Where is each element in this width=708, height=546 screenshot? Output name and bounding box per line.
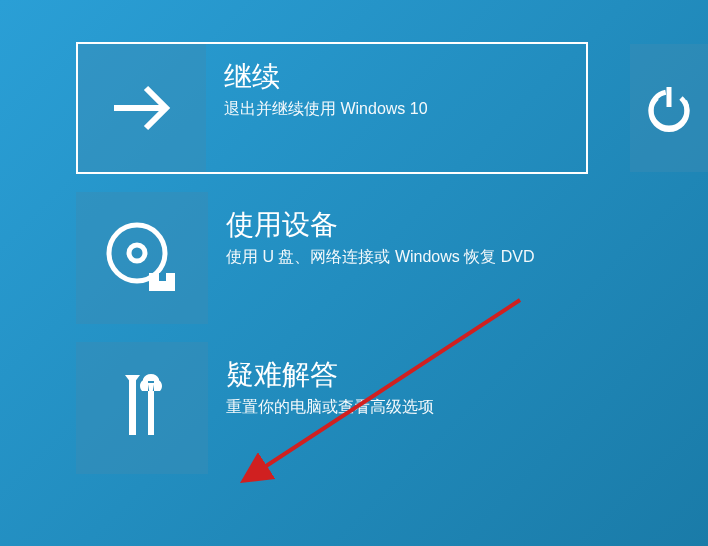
option-title: 继续	[224, 60, 586, 94]
svg-rect-3	[159, 273, 166, 281]
power-icon	[642, 81, 696, 135]
svg-point-0	[109, 225, 165, 281]
option-subtitle: 重置你的电脑或查看高级选项	[226, 396, 556, 418]
troubleshoot-option[interactable]: 疑难解答 重置你的电脑或查看高级选项	[76, 342, 588, 474]
recovery-menu: 继续 退出并继续使用 Windows 10 使用设备 使用 U 盘、网络连接或 …	[0, 0, 708, 474]
option-subtitle: 使用 U 盘、网络连接或 Windows 恢复 DVD	[226, 246, 556, 268]
svg-rect-4	[129, 377, 136, 435]
option-title: 疑难解答	[226, 358, 588, 392]
use-device-option[interactable]: 使用设备 使用 U 盘、网络连接或 Windows 恢复 DVD	[76, 192, 588, 324]
option-title: 使用设备	[226, 208, 588, 242]
tools-icon	[76, 342, 208, 474]
svg-rect-5	[148, 391, 154, 435]
arrow-right-icon	[78, 44, 206, 172]
continue-option[interactable]: 继续 退出并继续使用 Windows 10	[76, 42, 588, 174]
power-button[interactable]	[630, 44, 708, 172]
option-subtitle: 退出并继续使用 Windows 10	[224, 98, 554, 120]
svg-point-1	[129, 245, 145, 261]
disc-icon	[76, 192, 208, 324]
